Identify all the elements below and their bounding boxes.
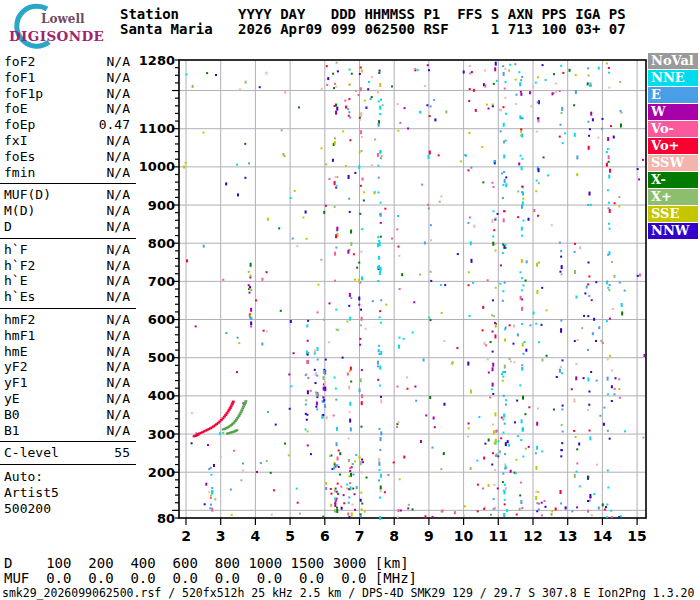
legend-item-x: X- [648, 172, 698, 188]
legend-item-vo: Vo- [648, 121, 698, 137]
legend-item-x: X+ [648, 189, 698, 205]
legend-item-e: E [648, 87, 698, 103]
svg-text:300: 300 [148, 427, 175, 442]
svg-text:400: 400 [148, 388, 175, 403]
svg-text:800: 800 [148, 236, 175, 251]
svg-text:9: 9 [424, 528, 434, 544]
svg-text:3: 3 [216, 528, 226, 544]
svg-text:4: 4 [251, 528, 261, 544]
svg-text:1280: 1280 [139, 53, 175, 68]
legend-item-ssw: SSW [648, 155, 698, 171]
muf-row: MUF 0.0 0.0 0.0 0.0 0.0 0.0 0.0 0.0 [MHz… [4, 570, 417, 586]
svg-text:500: 500 [148, 350, 175, 365]
svg-text:80: 80 [157, 511, 175, 526]
svg-text:14: 14 [593, 528, 613, 544]
svg-text:900: 900 [148, 198, 175, 213]
svg-text:1100: 1100 [139, 121, 175, 136]
digisonde-ionogram-app: Lowell DIGISONDE Station YYYY DAY DDD HH… [0, 0, 700, 600]
legend-item-nnw: NNW [648, 223, 698, 239]
svg-text:6: 6 [320, 528, 330, 544]
svg-text:10: 10 [454, 528, 474, 544]
svg-text:5: 5 [285, 528, 295, 544]
legend-item-sse: SSE [648, 206, 698, 222]
legend-item-nne: NNE [648, 70, 698, 86]
legend-item-noval: NoVal [648, 53, 698, 69]
svg-text:15: 15 [627, 528, 646, 544]
muf-table: D 100 200 400 600 800 1000 1500 3000 [km… [4, 556, 417, 585]
svg-text:700: 700 [148, 274, 175, 289]
svg-text:11: 11 [489, 528, 508, 544]
svg-text:13: 13 [558, 528, 577, 544]
svg-text:600: 600 [148, 312, 175, 327]
svg-text:8: 8 [389, 528, 399, 544]
svg-text:7: 7 [355, 528, 365, 544]
ionogram-plot: 1280110010009008007006005004003002008023… [0, 0, 700, 552]
direction-legend: NoValNNEEWVo-Vo+SSWX-X+SSENNW [648, 53, 698, 240]
svg-text:2: 2 [181, 528, 191, 544]
svg-text:200: 200 [148, 465, 175, 480]
legend-item-w: W [648, 104, 698, 120]
svg-text:1000: 1000 [139, 159, 175, 174]
file-info-footer: smk29_2026099062500.rsf / 520fx512h 25 k… [2, 586, 694, 600]
svg-text:12: 12 [523, 528, 542, 544]
legend-item-vo: Vo+ [648, 138, 698, 154]
